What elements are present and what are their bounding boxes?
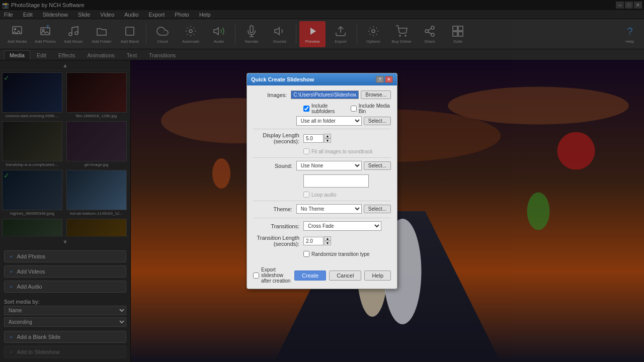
transition-length-spinner: ▲ ▼ bbox=[303, 236, 331, 245]
theme-label: Theme: bbox=[253, 206, 296, 212]
include-subfolders-checkbox[interactable] bbox=[303, 106, 309, 112]
sound-row: Sound: Use None Select... bbox=[253, 161, 391, 170]
display-length-up[interactable]: ▲ bbox=[324, 134, 331, 138]
display-length-row: Display Length (seconds): ▲ ▼ bbox=[253, 132, 391, 144]
transitions-label: Transitions: bbox=[253, 223, 303, 229]
use-all-field: Use all in folder Select specific Select… bbox=[296, 116, 391, 126]
use-all-select-button[interactable]: Select... bbox=[364, 117, 391, 125]
quick-create-dialog: Quick Create Slideshow ? ✕ Images: Brows… bbox=[247, 73, 397, 289]
separator-3 bbox=[253, 201, 391, 201]
transition-length-field: ▲ ▼ bbox=[303, 236, 391, 245]
fit-images-checkbox[interactable] bbox=[303, 148, 309, 154]
dialog-help-button[interactable]: ? bbox=[376, 76, 384, 83]
theme-row: Theme: No Theme Select... bbox=[253, 204, 391, 214]
transition-length-spinbuttons: ▲ ▼ bbox=[324, 236, 331, 245]
loop-audio-checkbox[interactable] bbox=[303, 192, 309, 198]
use-all-row: Use all in folder Select specific Select… bbox=[253, 116, 391, 126]
dialog-title: Quick Create Slideshow bbox=[251, 76, 314, 82]
dialog-body: Images: Browse... Include subfolders Inc… bbox=[247, 85, 397, 264]
display-length-input[interactable] bbox=[303, 134, 324, 143]
create-button[interactable]: Create bbox=[294, 270, 326, 281]
include-checkboxes-row: Include subfolders Include Media Bin bbox=[253, 103, 391, 114]
theme-select[interactable]: No Theme bbox=[296, 204, 362, 214]
images-browse-button[interactable]: Browse... bbox=[361, 90, 391, 99]
sound-text-row bbox=[253, 174, 391, 188]
images-path-input[interactable] bbox=[291, 90, 359, 99]
transition-length-up[interactable]: ▲ bbox=[324, 236, 331, 241]
transitions-field: Cross Fade None bbox=[303, 221, 391, 231]
export-checkbox[interactable] bbox=[253, 273, 259, 279]
transition-length-label: Transition Length (seconds): bbox=[253, 235, 303, 247]
theme-field: No Theme Select... bbox=[296, 204, 391, 214]
sound-text-area[interactable] bbox=[303, 174, 369, 188]
separator-2 bbox=[253, 157, 391, 158]
dialog-help-footer-button[interactable]: Help bbox=[364, 270, 391, 281]
transition-length-input[interactable] bbox=[303, 237, 324, 245]
include-media-bin-label: Include Media Bin bbox=[359, 103, 391, 114]
randomize-row: Randomize transition type bbox=[253, 251, 391, 257]
loop-audio-row: Loop audio bbox=[253, 192, 391, 198]
fit-images-row: Fit all images to soundtrack bbox=[253, 148, 391, 154]
randomize-checkbox[interactable] bbox=[303, 251, 309, 257]
randomize-label: Randomize transition type bbox=[311, 251, 370, 257]
cancel-button[interactable]: Cancel bbox=[329, 270, 361, 281]
dialog-titlebar: Quick Create Slideshow ? ✕ bbox=[247, 73, 397, 85]
dialog-footer: Export slideshow after creation Create C… bbox=[247, 264, 397, 289]
theme-select-button[interactable]: Select... bbox=[364, 205, 391, 213]
sound-select[interactable]: Use None bbox=[296, 161, 362, 170]
export-checkbox-row: Export slideshow after creation bbox=[253, 267, 291, 284]
display-length-label: Display Length (seconds): bbox=[253, 132, 303, 144]
include-media-bin-checkbox[interactable] bbox=[351, 106, 357, 112]
transitions-row: Transitions: Cross Fade None bbox=[253, 221, 391, 231]
include-subfolders-label: Include subfolders bbox=[311, 103, 345, 114]
loop-audio-label: Loop audio bbox=[311, 192, 337, 198]
dialog-close-button[interactable]: ✕ bbox=[385, 76, 393, 83]
use-all-select[interactable]: Use all in folder Select specific bbox=[296, 116, 362, 126]
sound-field: Use None Select... bbox=[296, 161, 391, 170]
images-label: Images: bbox=[253, 92, 291, 98]
images-row: Images: Browse... bbox=[253, 90, 391, 99]
transition-length-row: Transition Length (seconds): ▲ ▼ bbox=[253, 235, 391, 247]
images-field: Browse... bbox=[291, 90, 391, 99]
transitions-select[interactable]: Cross Fade None bbox=[303, 221, 381, 231]
export-label: Export slideshow after creation bbox=[261, 267, 291, 284]
display-length-spinner: ▲ ▼ bbox=[303, 134, 331, 143]
dialog-overlay: Quick Create Slideshow ? ✕ Images: Brows… bbox=[0, 0, 644, 362]
separator-4 bbox=[253, 218, 391, 218]
dialog-titlebar-buttons: ? ✕ bbox=[376, 76, 393, 83]
transition-length-down[interactable]: ▼ bbox=[324, 241, 331, 245]
sound-label: Sound: bbox=[253, 163, 296, 169]
fit-images-label: Fit all images to soundtrack bbox=[311, 149, 373, 154]
display-length-down[interactable]: ▼ bbox=[324, 138, 331, 143]
display-length-spinbuttons: ▲ ▼ bbox=[324, 134, 331, 143]
display-length-field: ▲ ▼ bbox=[303, 134, 391, 143]
separator-1 bbox=[253, 129, 391, 129]
sound-select-button[interactable]: Select... bbox=[364, 161, 391, 170]
